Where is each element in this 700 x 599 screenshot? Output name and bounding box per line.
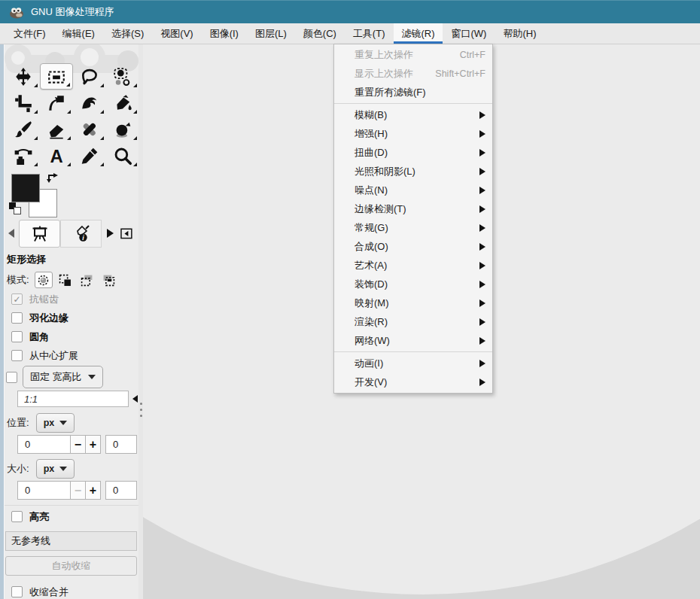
filters-menu-item[interactable]: 模糊(B) [334, 105, 492, 124]
tool-options-title: 矩形选择 [7, 253, 138, 266]
tab-tool-options[interactable] [19, 220, 60, 248]
submenu-arrow-icon [479, 379, 485, 386]
menubar-item[interactable]: 编辑(E) [55, 23, 102, 44]
filters-menu-item[interactable]: 映射(M) [334, 293, 492, 312]
menu-item-label: 边缘检测(T) [355, 202, 479, 216]
position-y-input[interactable]: 0 [105, 435, 137, 454]
position-x-input[interactable]: 0 [17, 435, 71, 454]
expand-from-center-checkbox[interactable] [11, 350, 23, 361]
auto-shrink-label: 自动收缩 [52, 559, 91, 573]
menu-item-label: 动画(I) [355, 357, 479, 370]
filters-menu-item[interactable]: 渲染(R) [334, 312, 492, 331]
filters-menu-item[interactable]: 开发(V) [334, 372, 492, 391]
dock-collapse-icon[interactable] [119, 227, 133, 240]
position-unit-value: px [44, 418, 55, 428]
foreground-color-swatch[interactable] [11, 174, 40, 202]
guides-dropdown[interactable]: 无参考线 [5, 531, 137, 551]
title-bar[interactable]: GNU 图像处理程序 [0, 0, 700, 23]
mode-row: 模式: [7, 270, 138, 290]
filters-menu-item: 显示上次操作Shift+Ctrl+F [334, 64, 492, 83]
size-width-input[interactable]: 0 [17, 481, 71, 500]
antialias-checkbox[interactable]: ✓ [11, 293, 23, 305]
transform-tool-button[interactable] [40, 90, 73, 116]
aspect-ratio-input[interactable]: 1:1 [17, 391, 129, 407]
swap-colors-icon[interactable] [46, 172, 59, 187]
filters-menu-item[interactable]: 动画(I) [334, 354, 492, 372]
menubar-item[interactable]: 滤镜(R) [394, 23, 442, 44]
overflow-left-icon[interactable] [132, 395, 138, 403]
menubar-item[interactable]: 选择(S) [104, 23, 151, 44]
plus-icon[interactable]: + [86, 435, 101, 454]
default-colors-icon[interactable] [9, 202, 23, 216]
filters-menu-item[interactable]: 噪点(N) [334, 181, 492, 199]
feather-checkbox[interactable] [11, 312, 23, 324]
filters-menu-item[interactable]: 光照和阴影(L) [334, 162, 492, 181]
crop-tool-button[interactable] [7, 90, 40, 116]
menubar-item[interactable]: 文件(F) [6, 23, 53, 44]
shrink-merged-checkbox[interactable] [11, 586, 23, 597]
mode-subtract-button[interactable] [78, 272, 96, 288]
menubar-item[interactable]: 图层(L) [248, 23, 294, 44]
mode-add-button[interactable] [56, 272, 75, 288]
auto-shrink-button[interactable]: 自动收缩 [5, 556, 137, 576]
size-spin-row: 0 − + 0 [17, 480, 138, 500]
menu-bar: 文件(F)编辑(E)选择(S)视图(V)图像(I)图层(L)颜色(C)工具(T)… [0, 23, 700, 44]
bucket-fill-tool-button[interactable] [106, 90, 138, 116]
menubar-item[interactable]: 视图(V) [153, 23, 200, 44]
filters-menu-item[interactable]: 边缘检测(T) [334, 199, 492, 218]
tab-scroll-left-icon[interactable] [8, 229, 14, 238]
tab-scroll-right-icon[interactable] [107, 229, 114, 238]
size-height-input[interactable]: 0 [105, 481, 137, 500]
menubar-item[interactable]: 窗口(W) [444, 23, 495, 44]
text-tool-button[interactable]: A [40, 142, 73, 169]
menu-item-label: 模糊(B) [355, 108, 479, 122]
paintbrush-tool-button[interactable] [7, 116, 40, 142]
filters-menu-item[interactable]: 装饰(D) [334, 275, 492, 293]
heal-tool-button[interactable] [73, 116, 106, 142]
toolbox-dock: A [0, 44, 138, 599]
highlight-checkbox[interactable] [11, 511, 23, 522]
check-icon: ✓ [13, 295, 20, 304]
filters-menu-item[interactable]: 增强(H) [334, 124, 492, 143]
free-select-tool-button[interactable] [73, 63, 106, 90]
paths-tool-button[interactable] [7, 142, 40, 169]
rounded-corners-checkbox[interactable] [11, 331, 23, 342]
menu-item-label: 映射(M) [355, 296, 479, 310]
menubar-item[interactable]: 工具(T) [345, 23, 393, 44]
position-unit-dropdown[interactable]: px [36, 413, 75, 433]
mode-intersect-button[interactable] [100, 272, 118, 288]
rectangle-select-tool-button[interactable] [40, 63, 73, 90]
move-tool-button[interactable] [7, 63, 40, 90]
splitter-grip-icon[interactable] [140, 403, 142, 421]
smudge-tool-button[interactable] [106, 116, 138, 142]
filters-menu-item[interactable]: 常规(G) [334, 218, 492, 237]
size-unit-value: px [44, 464, 55, 474]
filters-menu-item[interactable]: 合成(O) [334, 237, 492, 256]
zoom-tool-button[interactable] [106, 142, 138, 169]
ratio-row: 1:1 [17, 389, 138, 409]
filters-menu-item[interactable]: 网络(W) [334, 331, 492, 350]
filters-menu-item[interactable]: 艺术(A) [334, 256, 492, 275]
menubar-item[interactable]: 图像(I) [202, 23, 246, 44]
menubar-item[interactable]: 颜色(C) [296, 23, 344, 44]
mode-replace-button[interactable] [35, 272, 53, 288]
eraser-tool-button[interactable] [40, 116, 73, 142]
fuzzy-select-tool-button[interactable] [106, 63, 138, 90]
fixed-checkbox[interactable] [6, 372, 17, 383]
minus-icon[interactable]: − [71, 435, 86, 454]
submenu-arrow-icon [479, 149, 485, 157]
submenu-arrow-icon [479, 224, 485, 232]
tab-device-status[interactable]: i [60, 220, 102, 248]
size-unit-dropdown[interactable]: px [36, 459, 75, 479]
heal-tool-icon [80, 120, 99, 139]
color-picker-tool-button[interactable] [73, 142, 106, 169]
filters-menu-item[interactable]: 扭曲(D) [334, 143, 492, 162]
menu-item-label: 装饰(D) [355, 278, 479, 291]
filters-menu-item[interactable]: 重置所有滤镜(F) [334, 83, 492, 102]
menubar-item[interactable]: 帮助(H) [495, 23, 543, 44]
minus-icon[interactable]: − [71, 481, 86, 500]
fixed-aspect-dropdown[interactable]: 固定 宽高比 [23, 366, 103, 388]
plus-icon[interactable]: + [86, 481, 101, 500]
warp-tool-button[interactable] [73, 90, 106, 116]
brush-info-icon: i [72, 224, 90, 242]
